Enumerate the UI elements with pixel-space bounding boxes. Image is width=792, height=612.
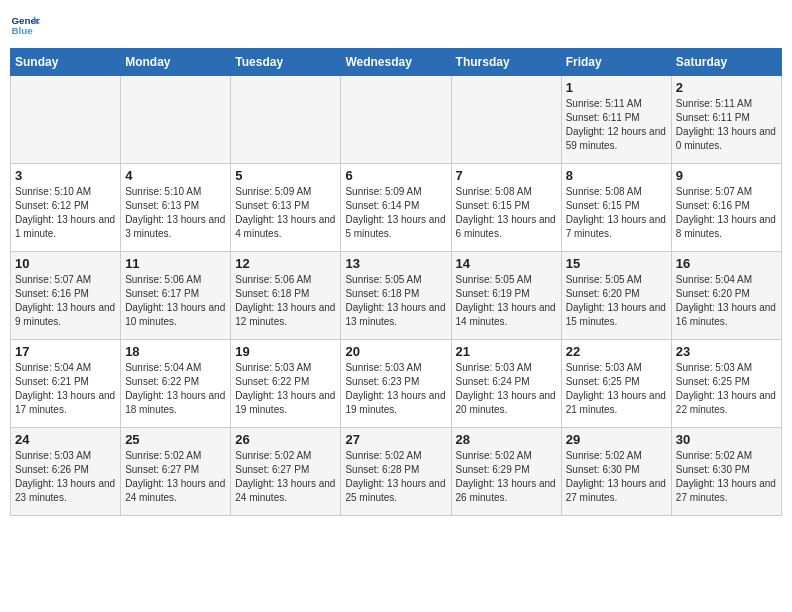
day-info: Sunrise: 5:02 AM Sunset: 6:30 PM Dayligh…	[676, 449, 777, 505]
day-info: Sunrise: 5:03 AM Sunset: 6:25 PM Dayligh…	[566, 361, 667, 417]
day-number: 2	[676, 80, 777, 95]
calendar-cell: 16Sunrise: 5:04 AM Sunset: 6:20 PM Dayli…	[671, 252, 781, 340]
day-number: 26	[235, 432, 336, 447]
calendar-cell: 28Sunrise: 5:02 AM Sunset: 6:29 PM Dayli…	[451, 428, 561, 516]
day-number: 16	[676, 256, 777, 271]
calendar-cell: 5Sunrise: 5:09 AM Sunset: 6:13 PM Daylig…	[231, 164, 341, 252]
logo-icon: General Blue	[10, 10, 40, 40]
day-info: Sunrise: 5:05 AM Sunset: 6:18 PM Dayligh…	[345, 273, 446, 329]
day-number: 20	[345, 344, 446, 359]
calendar-cell: 9Sunrise: 5:07 AM Sunset: 6:16 PM Daylig…	[671, 164, 781, 252]
day-number: 24	[15, 432, 116, 447]
day-number: 13	[345, 256, 446, 271]
day-info: Sunrise: 5:09 AM Sunset: 6:13 PM Dayligh…	[235, 185, 336, 241]
day-info: Sunrise: 5:02 AM Sunset: 6:28 PM Dayligh…	[345, 449, 446, 505]
day-number: 19	[235, 344, 336, 359]
day-number: 15	[566, 256, 667, 271]
logo: General Blue	[10, 10, 40, 40]
day-number: 7	[456, 168, 557, 183]
calendar-cell: 6Sunrise: 5:09 AM Sunset: 6:14 PM Daylig…	[341, 164, 451, 252]
day-number: 1	[566, 80, 667, 95]
day-number: 17	[15, 344, 116, 359]
day-info: Sunrise: 5:03 AM Sunset: 6:23 PM Dayligh…	[345, 361, 446, 417]
calendar-cell	[341, 76, 451, 164]
day-number: 12	[235, 256, 336, 271]
col-header-sunday: Sunday	[11, 49, 121, 76]
day-number: 8	[566, 168, 667, 183]
calendar-cell: 29Sunrise: 5:02 AM Sunset: 6:30 PM Dayli…	[561, 428, 671, 516]
day-number: 6	[345, 168, 446, 183]
day-info: Sunrise: 5:11 AM Sunset: 6:11 PM Dayligh…	[676, 97, 777, 153]
day-number: 18	[125, 344, 226, 359]
day-info: Sunrise: 5:02 AM Sunset: 6:27 PM Dayligh…	[235, 449, 336, 505]
calendar-cell: 22Sunrise: 5:03 AM Sunset: 6:25 PM Dayli…	[561, 340, 671, 428]
day-number: 27	[345, 432, 446, 447]
col-header-monday: Monday	[121, 49, 231, 76]
day-info: Sunrise: 5:07 AM Sunset: 6:16 PM Dayligh…	[676, 185, 777, 241]
calendar-cell: 23Sunrise: 5:03 AM Sunset: 6:25 PM Dayli…	[671, 340, 781, 428]
calendar-cell	[121, 76, 231, 164]
day-info: Sunrise: 5:04 AM Sunset: 6:22 PM Dayligh…	[125, 361, 226, 417]
calendar-cell: 26Sunrise: 5:02 AM Sunset: 6:27 PM Dayli…	[231, 428, 341, 516]
day-number: 28	[456, 432, 557, 447]
day-info: Sunrise: 5:05 AM Sunset: 6:19 PM Dayligh…	[456, 273, 557, 329]
calendar-cell: 20Sunrise: 5:03 AM Sunset: 6:23 PM Dayli…	[341, 340, 451, 428]
day-info: Sunrise: 5:07 AM Sunset: 6:16 PM Dayligh…	[15, 273, 116, 329]
calendar-cell: 21Sunrise: 5:03 AM Sunset: 6:24 PM Dayli…	[451, 340, 561, 428]
calendar-cell: 11Sunrise: 5:06 AM Sunset: 6:17 PM Dayli…	[121, 252, 231, 340]
day-number: 4	[125, 168, 226, 183]
day-info: Sunrise: 5:06 AM Sunset: 6:18 PM Dayligh…	[235, 273, 336, 329]
col-header-tuesday: Tuesday	[231, 49, 341, 76]
calendar-cell: 18Sunrise: 5:04 AM Sunset: 6:22 PM Dayli…	[121, 340, 231, 428]
day-number: 29	[566, 432, 667, 447]
day-info: Sunrise: 5:11 AM Sunset: 6:11 PM Dayligh…	[566, 97, 667, 153]
calendar-cell: 30Sunrise: 5:02 AM Sunset: 6:30 PM Dayli…	[671, 428, 781, 516]
day-info: Sunrise: 5:02 AM Sunset: 6:30 PM Dayligh…	[566, 449, 667, 505]
calendar-cell: 24Sunrise: 5:03 AM Sunset: 6:26 PM Dayli…	[11, 428, 121, 516]
day-info: Sunrise: 5:03 AM Sunset: 6:24 PM Dayligh…	[456, 361, 557, 417]
day-info: Sunrise: 5:10 AM Sunset: 6:13 PM Dayligh…	[125, 185, 226, 241]
day-number: 5	[235, 168, 336, 183]
day-info: Sunrise: 5:04 AM Sunset: 6:21 PM Dayligh…	[15, 361, 116, 417]
calendar-cell: 10Sunrise: 5:07 AM Sunset: 6:16 PM Dayli…	[11, 252, 121, 340]
day-info: Sunrise: 5:02 AM Sunset: 6:29 PM Dayligh…	[456, 449, 557, 505]
day-number: 10	[15, 256, 116, 271]
day-info: Sunrise: 5:08 AM Sunset: 6:15 PM Dayligh…	[566, 185, 667, 241]
day-info: Sunrise: 5:06 AM Sunset: 6:17 PM Dayligh…	[125, 273, 226, 329]
calendar-cell	[231, 76, 341, 164]
day-info: Sunrise: 5:09 AM Sunset: 6:14 PM Dayligh…	[345, 185, 446, 241]
day-info: Sunrise: 5:04 AM Sunset: 6:20 PM Dayligh…	[676, 273, 777, 329]
calendar-cell: 14Sunrise: 5:05 AM Sunset: 6:19 PM Dayli…	[451, 252, 561, 340]
day-number: 9	[676, 168, 777, 183]
day-number: 30	[676, 432, 777, 447]
calendar-cell: 4Sunrise: 5:10 AM Sunset: 6:13 PM Daylig…	[121, 164, 231, 252]
col-header-friday: Friday	[561, 49, 671, 76]
day-number: 21	[456, 344, 557, 359]
day-number: 25	[125, 432, 226, 447]
day-info: Sunrise: 5:02 AM Sunset: 6:27 PM Dayligh…	[125, 449, 226, 505]
day-number: 23	[676, 344, 777, 359]
day-info: Sunrise: 5:03 AM Sunset: 6:26 PM Dayligh…	[15, 449, 116, 505]
day-info: Sunrise: 5:03 AM Sunset: 6:22 PM Dayligh…	[235, 361, 336, 417]
col-header-thursday: Thursday	[451, 49, 561, 76]
calendar-cell: 17Sunrise: 5:04 AM Sunset: 6:21 PM Dayli…	[11, 340, 121, 428]
calendar-cell: 13Sunrise: 5:05 AM Sunset: 6:18 PM Dayli…	[341, 252, 451, 340]
calendar-cell: 1Sunrise: 5:11 AM Sunset: 6:11 PM Daylig…	[561, 76, 671, 164]
day-number: 3	[15, 168, 116, 183]
day-info: Sunrise: 5:08 AM Sunset: 6:15 PM Dayligh…	[456, 185, 557, 241]
calendar-cell	[11, 76, 121, 164]
calendar-cell: 25Sunrise: 5:02 AM Sunset: 6:27 PM Dayli…	[121, 428, 231, 516]
calendar-cell: 27Sunrise: 5:02 AM Sunset: 6:28 PM Dayli…	[341, 428, 451, 516]
day-number: 14	[456, 256, 557, 271]
calendar-cell: 8Sunrise: 5:08 AM Sunset: 6:15 PM Daylig…	[561, 164, 671, 252]
svg-text:Blue: Blue	[12, 25, 34, 36]
calendar-cell: 3Sunrise: 5:10 AM Sunset: 6:12 PM Daylig…	[11, 164, 121, 252]
col-header-wednesday: Wednesday	[341, 49, 451, 76]
calendar-cell: 7Sunrise: 5:08 AM Sunset: 6:15 PM Daylig…	[451, 164, 561, 252]
col-header-saturday: Saturday	[671, 49, 781, 76]
page-header: General Blue	[10, 10, 782, 40]
calendar-cell: 12Sunrise: 5:06 AM Sunset: 6:18 PM Dayli…	[231, 252, 341, 340]
day-info: Sunrise: 5:03 AM Sunset: 6:25 PM Dayligh…	[676, 361, 777, 417]
calendar-cell: 15Sunrise: 5:05 AM Sunset: 6:20 PM Dayli…	[561, 252, 671, 340]
day-info: Sunrise: 5:10 AM Sunset: 6:12 PM Dayligh…	[15, 185, 116, 241]
